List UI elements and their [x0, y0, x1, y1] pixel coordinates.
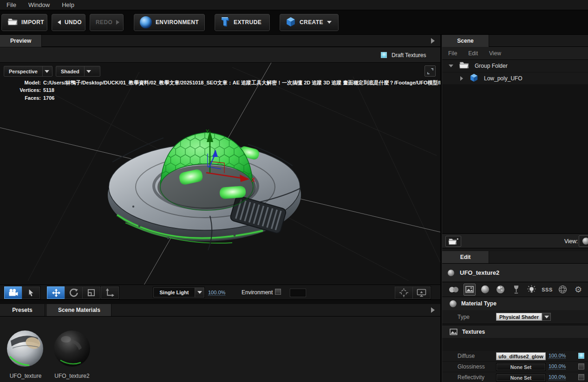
environment-toggle-label: Environment [242, 289, 273, 296]
tab-edit[interactable]: Edit [442, 251, 489, 263]
ufo-texture2-sphere [53, 330, 91, 368]
chevron-down-icon [45, 70, 49, 73]
tab-scene[interactable]: Scene [442, 35, 489, 47]
undo-arrow-icon [58, 20, 61, 25]
scale-tool-button[interactable] [82, 286, 100, 299]
tab-presets[interactable]: Presets [0, 304, 45, 316]
shading-mode-value: Shaded [56, 69, 84, 74]
ufo-3d-scene: Y X [0, 63, 440, 285]
scene-menu-view[interactable]: View [489, 50, 501, 57]
illumination-bulb-icon[interactable] [526, 284, 538, 296]
reflectivity-map-button[interactable]: None Set [496, 374, 546, 382]
chevron-right-icon[interactable] [460, 76, 463, 81]
textures-section-header[interactable]: Textures [442, 325, 588, 338]
ufo-texture-sphere [6, 330, 44, 368]
reflectivity-percent[interactable]: 100.0% [549, 374, 566, 380]
diffuse-sphere-icon[interactable] [479, 284, 491, 296]
texture-row-reflectivity: Reflectivity None Set 100.0% [442, 372, 588, 382]
diffuse-map-button[interactable]: ufo_diffuse2_glow [496, 352, 546, 360]
scene-tree-empty-area[interactable] [442, 85, 588, 233]
glossiness-checkbox[interactable] [578, 363, 584, 369]
light-mode-value: Single Light [154, 290, 195, 295]
glossiness-percent[interactable]: 100.0% [549, 363, 566, 369]
sss-icon[interactable]: SSS [541, 284, 553, 296]
textures-title: Textures [462, 329, 485, 335]
menu-help[interactable]: Help [62, 1, 74, 8]
add-group-folder-button[interactable] [445, 236, 461, 247]
reset-camera-button[interactable] [395, 286, 413, 299]
camera-tool-button[interactable] [4, 286, 22, 299]
reflection-sphere-icon[interactable] [495, 284, 507, 296]
material-edit-header: UFO_texture2 [442, 264, 588, 282]
gizmo-x-label: X [251, 177, 255, 183]
type-label: Type [457, 314, 470, 320]
create-button[interactable]: CREATE [280, 14, 339, 31]
panel-expand-arrow-icon[interactable] [431, 38, 435, 44]
rotate-icon [69, 288, 78, 297]
expand-icon [427, 68, 434, 75]
material-type-section-header[interactable]: Material Type [442, 297, 588, 310]
import-button[interactable]: IMPORT [1, 14, 47, 31]
scene-menu-edit[interactable]: Edit [468, 50, 478, 57]
wireframe-sphere-icon[interactable] [557, 284, 569, 296]
folder-plus-icon [448, 238, 458, 246]
extrude-button[interactable]: EXTRUDE [215, 14, 270, 31]
axis-mode-button[interactable] [101, 286, 119, 299]
panel-expand-arrow-icon[interactable] [431, 307, 435, 313]
environment-sphere-icon [140, 16, 152, 28]
environment-checkbox[interactable] [275, 289, 281, 295]
basic-settings-icon[interactable] [448, 284, 460, 296]
tab-scene-materials[interactable]: Scene Materials [47, 304, 111, 316]
material-name-label: UFO_texture2 [46, 373, 98, 379]
reflectivity-checkbox[interactable] [578, 374, 584, 380]
create-cube-icon [286, 17, 296, 28]
light-intensity-value[interactable]: 100.0% [208, 290, 225, 296]
menu-file[interactable]: File [7, 1, 16, 8]
select-tool-button[interactable] [22, 286, 40, 299]
environment-button[interactable]: ENVIRONMENT [134, 14, 205, 31]
material-name-label: UFO_texture [0, 373, 51, 379]
presets-tab-label: Presets [12, 307, 32, 313]
textures-tab-icon[interactable] [464, 284, 476, 296]
undo-button[interactable]: UNDO [52, 14, 85, 31]
glossiness-map-button[interactable]: None Set [496, 363, 546, 371]
extrude-label: EXTRUDE [234, 19, 261, 26]
gear-icon[interactable]: ⚙ [572, 284, 584, 296]
material-thumb-ufo-texture2[interactable] [53, 330, 91, 368]
material-type-title: Material Type [461, 300, 497, 307]
draft-textures-checkbox[interactable] [381, 52, 387, 58]
view-sphere-button[interactable] [579, 235, 588, 247]
model-path-info: Model:C:/Users/林鴨子/Desktop/DUCK/01_教學資料/… [0, 79, 440, 86]
tree-row-group-folder[interactable]: Group Folder [442, 60, 588, 72]
create-dropdown-icon [327, 21, 332, 24]
view-mode-dropdown[interactable]: Perspective [4, 66, 52, 77]
scene-materials-list: UFO_texture UFO_texture2 [0, 317, 440, 382]
chevron-down-icon[interactable] [449, 65, 453, 67]
viewport-expand-button[interactable] [425, 65, 436, 77]
menu-window[interactable]: Window [28, 1, 50, 8]
redo-button[interactable]: REDO [90, 14, 124, 31]
shader-type-dropdown[interactable]: Physical Shader [496, 313, 542, 321]
rotate-tool-button[interactable] [65, 286, 83, 299]
material-thumb-ufo-texture[interactable] [6, 330, 44, 368]
import-label: IMPORT [21, 19, 44, 26]
tree-row-low-poly-ufo[interactable]: Low_poly_UFO [442, 72, 588, 85]
light-mode-dropdown[interactable]: Single Light [153, 287, 204, 298]
edit-tab-label: Edit [460, 254, 471, 260]
move-icon [52, 288, 61, 298]
shader-type-dropdown-arrow[interactable] [542, 313, 551, 321]
environment-color-swatch[interactable] [290, 289, 306, 297]
move-tool-button[interactable] [47, 286, 65, 299]
diffuse-percent[interactable]: 100.0% [549, 353, 566, 359]
transparency-glass-icon[interactable] [510, 284, 522, 296]
shading-mode-dropdown[interactable]: Shaded [56, 66, 100, 77]
viewport-3d[interactable]: Y X Perspective Shaded Model:C:/Users/林鴨… [0, 63, 440, 285]
axis-icon [105, 288, 114, 297]
output-preview-button[interactable] [412, 286, 431, 299]
group-folder-label: Group Folder [475, 63, 508, 69]
tab-preview[interactable]: Preview [0, 35, 42, 47]
material-name-title: UFO_texture2 [460, 269, 499, 276]
scene-menu-file[interactable]: File [448, 50, 457, 57]
cube-icon [470, 73, 478, 84]
diffuse-checkbox[interactable] [578, 353, 584, 359]
